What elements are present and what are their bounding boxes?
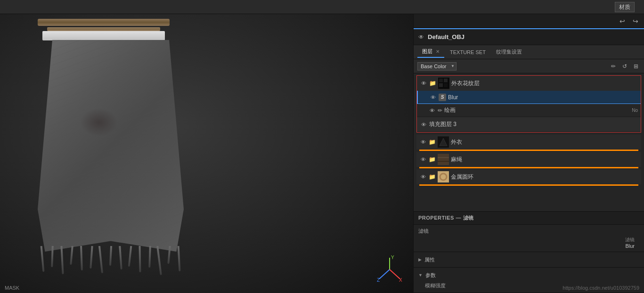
tab-layers-label: 图层 (422, 48, 432, 54)
group-row-outerwear[interactable]: 👁 📁 外衣 (416, 135, 641, 150)
layer-group-outerwear: 👁 📁 外衣 (416, 135, 641, 151)
main-content: Y Z X MASK ↩ ↪ 👁 Default_OBJ (0, 14, 644, 293)
group-thumbnail-rope (438, 154, 449, 165)
filter-value-row: 滤镜 Blur (418, 237, 639, 249)
folder-icon-outerwear: 📁 (429, 139, 436, 145)
model-background: Y Z X MASK (0, 14, 413, 293)
svg-text:X: X (399, 277, 402, 283)
outerwear-orange-bar (419, 150, 638, 151)
base-color-row: Base Color ✏ ↺ ⊞ (414, 59, 644, 73)
fringe-strand (90, 246, 93, 269)
outerwear-visibility-icon[interactable]: 👁 (419, 139, 427, 145)
metal-visibility-icon[interactable]: 👁 (419, 174, 427, 180)
tab-texture-settings[interactable]: 纹理集设置 (491, 47, 527, 57)
group-row-outerwear-pattern[interactable]: 👁 📁 外衣花纹层 (417, 76, 641, 91)
layers-list[interactable]: 👁 📁 外衣花纹层 👁 (414, 73, 644, 211)
fill-layer-row[interactable]: 👁 填充图层 3 (417, 117, 641, 132)
params-label: 参数 (425, 272, 436, 279)
svg-rect-10 (444, 83, 448, 87)
thumbnail-svg (438, 78, 449, 89)
thumbnail-metal-svg (438, 171, 449, 182)
undo-button[interactable]: ↩ (618, 16, 627, 26)
group-thumbnail-outerwear (438, 136, 449, 148)
group-visibility-icon[interactable]: 👁 (420, 80, 427, 86)
rope-orange-bar (419, 167, 638, 168)
layer-group-selected: 👁 📁 外衣花纹层 👁 (416, 75, 641, 133)
fringe-strand (41, 246, 45, 272)
refresh-icon[interactable]: ↺ (620, 62, 629, 71)
folder-icon: 📁 (429, 80, 436, 87)
material-select[interactable]: 材质 (615, 2, 635, 12)
attributes-label: 属性 (424, 256, 435, 263)
panel-top-toolbar: ↩ ↪ (414, 14, 644, 28)
tab-texture-set[interactable]: TEXTURE SET (445, 48, 490, 57)
mask-label: MASK (5, 285, 19, 291)
fill-visibility-icon[interactable]: 👁 (420, 122, 427, 127)
material-visibility-icon[interactable]: 👁 (418, 34, 424, 40)
attributes-subsection: ▶ 属性 (414, 252, 644, 268)
svg-rect-8 (444, 79, 448, 82)
svg-text:Y: Y (391, 255, 394, 260)
grid-icon[interactable]: ⊞ (632, 62, 640, 71)
right-panel: ↩ ↪ 👁 Default_OBJ 图层 ✕ TEXTURE SET 纹理集设置 (413, 14, 644, 293)
blur-visibility-icon[interactable]: 👁 (429, 95, 437, 100)
group-name-outerwear-pattern: 外衣花纹层 (451, 79, 638, 87)
param-name: 模糊强度 (425, 282, 446, 289)
base-color-wrapper[interactable]: Base Color (417, 62, 457, 71)
top-bar: 材质 (0, 0, 644, 14)
fringe-strand (156, 246, 162, 275)
params-header[interactable]: ▼ 参数 (418, 269, 639, 281)
tab-layers[interactable]: 图层 ✕ (417, 46, 444, 58)
folder-icon-metal: 📁 (429, 174, 436, 180)
paint-brush-icon: ✏ (438, 107, 442, 114)
tab-layers-close[interactable]: ✕ (436, 49, 440, 54)
cloth-shape (24, 14, 250, 293)
group-row-rope[interactable]: 👁 📁 麻绳 (416, 152, 641, 167)
rope-visibility-icon[interactable]: 👁 (419, 157, 427, 162)
fringe-strand (60, 246, 64, 274)
metal-orange-bar (419, 184, 638, 186)
svg-text:Z: Z (377, 277, 380, 283)
substance-icon: S (439, 94, 446, 101)
pencil-icon[interactable]: ✏ (609, 62, 618, 71)
axes-svg: Y Z X (375, 255, 404, 284)
properties-header: PROPERTIES — 滤镜 (414, 212, 644, 225)
group-thumbnail-metal (438, 171, 449, 182)
fringe-strand (98, 246, 103, 273)
fringe-strand (109, 246, 112, 266)
filter-col2-value: Blur (625, 243, 635, 249)
tab-texture-set-label: TEXTURE SET (450, 49, 486, 55)
attributes-header[interactable]: ▶ 属性 (418, 254, 639, 265)
thumbnail-outerwear-svg (438, 136, 449, 148)
blur-layer-name: Blur (448, 94, 638, 101)
attributes-chevron: ▶ (418, 257, 422, 262)
sublayer-blur[interactable]: 👁 S Blur (417, 91, 641, 104)
fringe-strand (119, 246, 122, 269)
watermark: https://blog.csdn.net/u010392759 (562, 285, 639, 291)
filter-label: 滤镜 (418, 228, 639, 235)
redo-button[interactable]: ↪ (631, 16, 640, 26)
svg-rect-9 (439, 83, 443, 87)
fringe-strand (148, 246, 151, 268)
thumbnail-rope-svg (438, 154, 449, 165)
fill-layer-name: 填充图层 3 (429, 120, 638, 128)
fringe-strand (128, 246, 132, 267)
group-row-metal-ring[interactable]: 👁 📁 金属圆环 (416, 169, 641, 184)
params-chevron: ▼ (418, 273, 423, 277)
material-name-row: 👁 Default_OBJ (414, 28, 644, 45)
svg-rect-7 (439, 79, 443, 82)
sublayer-paint[interactable]: 👁 ✏ 绘画 No (417, 104, 641, 117)
fringe-area (38, 246, 184, 274)
properties-section: PROPERTIES — 滤镜 滤镜 滤镜 Blur ▶ 属性 (414, 211, 644, 293)
paint-visibility-icon[interactable]: 👁 (428, 108, 436, 113)
layer-group-rope: 👁 📁 麻绳 (416, 152, 641, 168)
fringe-strand (80, 246, 83, 270)
metal-group-name: 金属圆环 (451, 173, 638, 181)
coordinate-axes: Y Z X (375, 255, 404, 284)
group-thumbnail-outerwear-pattern (438, 78, 449, 89)
skirt-texture-overlay (38, 40, 184, 252)
svg-rect-13 (438, 154, 449, 165)
material-name: Default_OBJ (428, 33, 465, 40)
tab-texture-settings-label: 纹理集设置 (496, 49, 522, 55)
base-color-select[interactable]: Base Color (417, 62, 457, 71)
